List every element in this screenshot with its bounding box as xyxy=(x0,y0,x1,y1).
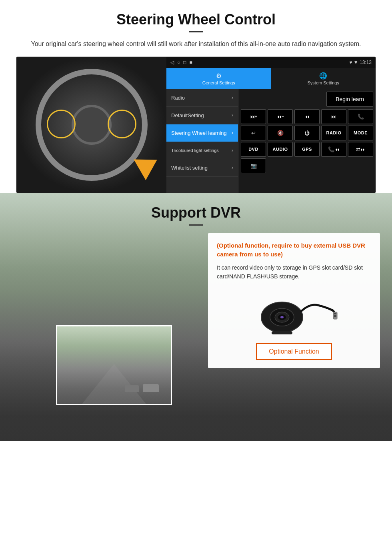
statusbar-icons: ◁ ○ □ ■ xyxy=(170,60,192,65)
menu-item-whitelist[interactable]: Whitelist setting › xyxy=(166,159,238,177)
ctrl-power[interactable]: ⏻ xyxy=(294,126,320,140)
android-tabs: ⚙ General Settings 🌐 System Settings xyxy=(166,68,376,89)
ctrl-vol-plus[interactable]: ⏮+ xyxy=(241,109,266,124)
chevron-icon: › xyxy=(232,112,233,118)
ctrl-mode[interactable]: MODE xyxy=(348,126,373,140)
menu-whitelist-label: Whitelist setting xyxy=(171,165,208,171)
ctrl-phone-prev[interactable]: 📞⏮ xyxy=(321,142,346,157)
dvr-background: Support DVR (Optional function, require … xyxy=(0,193,392,441)
dvr-camera-illustration xyxy=(250,287,338,335)
dvr-optional-text: (Optional function, require to buy exter… xyxy=(217,241,371,259)
menu-tricoloured-label: Tricoloured light settings xyxy=(171,148,219,153)
tab-general-settings[interactable]: ⚙ General Settings xyxy=(166,68,271,89)
highlight-circle-right xyxy=(108,110,136,138)
ctrl-prev[interactable]: ⏮ xyxy=(294,109,320,124)
title-divider xyxy=(189,31,203,32)
ctrl-radio[interactable]: RADIO xyxy=(321,126,346,140)
steering-wheel-image xyxy=(16,57,166,193)
android-content: Radio › DefaultSetting › Steering Wheel … xyxy=(166,89,376,193)
chevron-icon: › xyxy=(232,95,233,100)
dvr-thumbnail xyxy=(56,325,172,405)
ctrl-phone[interactable]: 📞 xyxy=(348,109,373,124)
svg-rect-5 xyxy=(334,313,336,314)
chevron-icon: › xyxy=(232,130,233,136)
dvr-section: Support DVR (Optional function, require … xyxy=(0,193,392,441)
tab-system-label: System Settings xyxy=(308,80,339,85)
dvr-info-card: (Optional function, require to buy exter… xyxy=(208,233,380,368)
ctrl-audio[interactable]: AUDIO xyxy=(268,142,293,157)
ctrl-mute[interactable]: 🔇 xyxy=(268,126,293,140)
page-title: Steering Wheel Control xyxy=(16,11,376,28)
dvr-title: Support DVR xyxy=(0,204,392,221)
steering-description: Your original car's steering wheel contr… xyxy=(24,39,368,49)
tab-general-label: General Settings xyxy=(202,80,235,85)
menu-steering-label: Steering Wheel learning xyxy=(171,130,227,136)
begin-learn-button[interactable]: Begin learn xyxy=(326,92,373,107)
svg-point-7 xyxy=(280,316,284,318)
ctrl-cam[interactable]: 📷 xyxy=(241,158,266,173)
ctrl-vol-minus[interactable]: ⏮− xyxy=(268,109,293,124)
ctrl-shuffle-next[interactable]: ⇄⏭ xyxy=(348,142,373,157)
dvr-title-area: Support DVR xyxy=(0,193,392,230)
menu-item-tricoloured[interactable]: Tricoloured light settings › xyxy=(166,142,238,159)
home-icon: ○ xyxy=(177,60,180,65)
dvr-description: It can record video only to storage in G… xyxy=(217,263,371,281)
ctrl-gps[interactable]: GPS xyxy=(294,142,320,157)
menu-item-default-setting[interactable]: DefaultSetting › xyxy=(166,107,238,124)
recents-icon: □ xyxy=(183,60,186,65)
gear-icon: ⚙ xyxy=(169,72,269,80)
optional-function-button[interactable]: Optional Function xyxy=(256,343,332,360)
chevron-icon: › xyxy=(232,165,233,170)
android-panel: ◁ ○ □ ■ ♥ ▼ 13:13 ⚙ General Settings 🌐 S… xyxy=(16,56,376,193)
menu-item-radio[interactable]: Radio › xyxy=(166,89,238,107)
ctrl-back[interactable]: ↩ xyxy=(241,126,266,140)
android-buttons-panel: Begin learn ⏮+ ⏮− ⏮ ⏭ 📞 ↩ 🔇 ⏻ RADIO xyxy=(238,89,376,193)
steering-wheel-graphic xyxy=(36,69,148,181)
android-ui-panel: ◁ ○ □ ■ ♥ ▼ 13:13 ⚙ General Settings 🌐 S… xyxy=(166,57,376,193)
android-statusbar: ◁ ○ □ ■ ♥ ▼ 13:13 xyxy=(166,57,376,68)
tab-system-settings[interactable]: 🌐 System Settings xyxy=(271,68,376,89)
menu-icon: ■ xyxy=(190,60,192,65)
control-button-grid: ⏮+ ⏮− ⏮ ⏭ 📞 ↩ 🔇 ⏻ RADIO MODE DVD AUDIO xyxy=(241,109,373,173)
steering-wheel-section: Steering Wheel Control Your original car… xyxy=(0,0,392,193)
dvr-title-divider xyxy=(189,224,203,226)
ctrl-next[interactable]: ⏭ xyxy=(321,109,346,124)
svg-rect-8 xyxy=(272,331,292,334)
menu-item-steering-learning[interactable]: Steering Wheel learning › xyxy=(166,124,238,142)
svg-rect-6 xyxy=(334,315,336,317)
menu-radio-label: Radio xyxy=(171,95,185,101)
globe-icon: 🌐 xyxy=(274,72,374,80)
chevron-icon: › xyxy=(232,148,233,153)
statusbar-time: ♥ ▼ 13:13 xyxy=(349,60,372,65)
menu-default-label: DefaultSetting xyxy=(171,112,204,118)
back-icon: ◁ xyxy=(170,60,174,65)
steering-wheel-center xyxy=(72,105,112,145)
highlight-circle-left xyxy=(47,110,76,138)
android-menu: Radio › DefaultSetting › Steering Wheel … xyxy=(166,89,238,193)
ctrl-dvd[interactable]: DVD xyxy=(241,142,266,157)
begin-learn-row: Begin learn xyxy=(241,92,373,107)
